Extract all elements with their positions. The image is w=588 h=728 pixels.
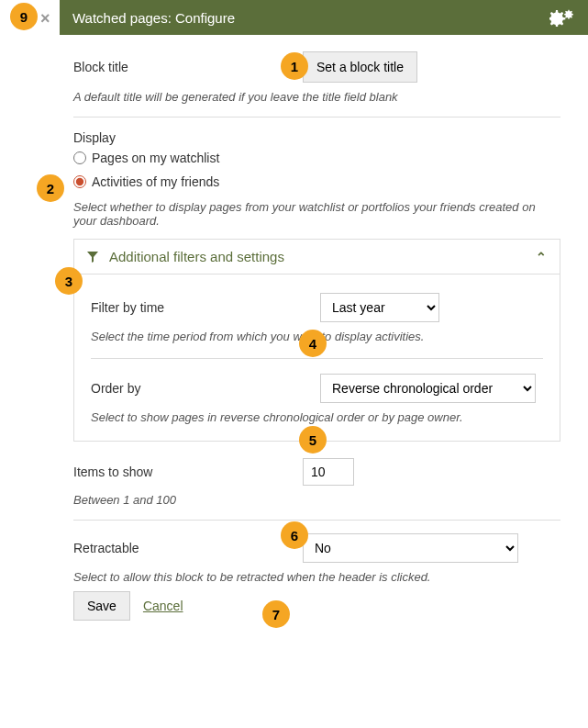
annotation-badge: 9 — [10, 3, 38, 30]
close-icon[interactable]: × — [40, 9, 50, 28]
order-by-select[interactable]: Reverse chronological order — [320, 374, 536, 403]
retractable-hint: Select to allow this block to be retract… — [73, 570, 560, 584]
radio-friends-label: Activities of my friends — [92, 174, 219, 189]
divider — [73, 520, 560, 521]
filters-toggle[interactable]: Additional filters and settings ⌃ — [74, 240, 560, 274]
set-block-title-button[interactable]: Set a block title — [303, 51, 417, 83]
filter-icon — [87, 252, 98, 263]
filter-time-label: Filter by time — [91, 300, 320, 315]
items-label: Items to show — [73, 465, 303, 479]
radio-watchlist[interactable] — [73, 151, 86, 164]
divider — [73, 117, 560, 118]
chevron-up-icon: ⌃ — [536, 250, 547, 264]
block-title-label: Block title — [73, 60, 303, 74]
retractable-label: Retractable — [73, 541, 303, 555]
filters-title: Additional filters and settings — [109, 249, 536, 264]
items-input[interactable] — [303, 458, 354, 486]
retractable-select[interactable]: No — [303, 533, 518, 563]
filter-time-select[interactable]: Last year — [320, 293, 439, 322]
filters-fieldset: Additional filters and settings ⌃ Filter… — [73, 239, 560, 442]
order-by-label: Order by — [91, 381, 320, 396]
display-hint: Select whether to display pages from you… — [73, 200, 560, 228]
items-hint: Between 1 and 100 — [73, 493, 560, 507]
filter-time-hint: Select the time period from which you wa… — [91, 330, 543, 343]
gear-icon — [549, 8, 575, 27]
order-by-hint: Select to show pages in reverse chronolo… — [91, 410, 543, 424]
save-button[interactable]: Save — [73, 591, 130, 621]
display-label: Display — [73, 130, 560, 145]
cancel-link[interactable]: Cancel — [143, 599, 183, 613]
divider — [91, 358, 543, 359]
radio-friends[interactable] — [73, 175, 86, 188]
radio-watchlist-label: Pages on my watchlist — [92, 151, 219, 165]
dialog-title: Watched pages: Configure — [72, 10, 549, 26]
block-title-hint: A default title will be generated if you… — [73, 90, 560, 104]
dialog-header: Watched pages: Configure — [60, 0, 588, 35]
